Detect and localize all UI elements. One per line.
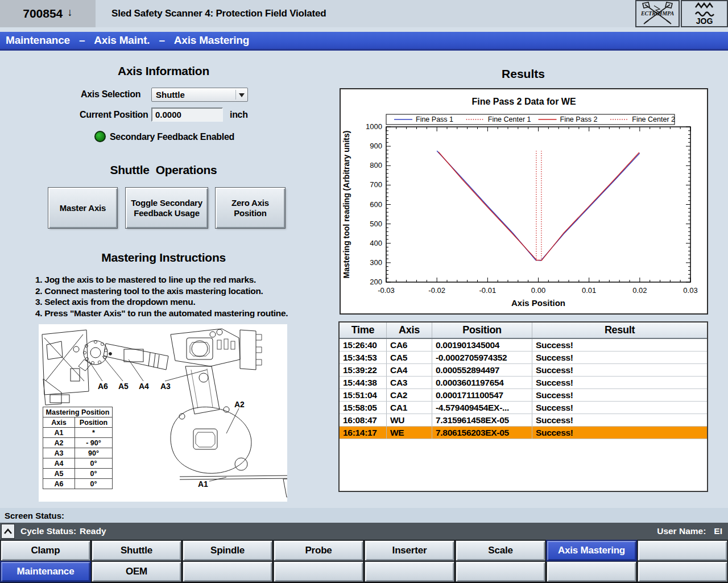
results-cell: 0.0001711100547: [432, 389, 532, 401]
mastering-position-table-title: Mastering Position: [43, 407, 113, 417]
results-row[interactable]: 16:14:17WE7.806156203EX-05Success!: [340, 427, 707, 439]
nav-shuttle-button[interactable]: Shuttle: [92, 541, 181, 560]
results-col-time: Time: [340, 322, 387, 338]
results-row[interactable]: 15:58:05CA1-4.579409454EX-...Success!: [340, 402, 707, 414]
results-title: Results: [338, 67, 708, 81]
nav-probe-button[interactable]: Probe: [274, 541, 363, 560]
cycle-status-value: Ready: [80, 523, 106, 540]
results-cell: 7.806156203EX-05: [432, 427, 532, 439]
results-cell: 0.001901345004: [432, 339, 532, 351]
collapse-button[interactable]: [1, 524, 15, 539]
mastering-position-row: A390°: [43, 448, 113, 458]
svg-text:Fine Pass 1: Fine Pass 1: [416, 115, 453, 123]
nav-clamp-button[interactable]: Clamp: [1, 541, 90, 560]
nav-inserter-button[interactable]: Inserter: [365, 541, 454, 560]
nav-empty-button[interactable]: [638, 562, 727, 581]
svg-text:500: 500: [370, 220, 382, 228]
nav-oem-button[interactable]: OEM: [92, 562, 181, 581]
axis-label-a3: A3: [160, 382, 171, 391]
mastering-position-table: Mastering Position Axis Position A1*A2- …: [43, 407, 113, 489]
electroimpact-logo-button[interactable]: ECTROIMPA: [635, 0, 680, 27]
nav-scale-button[interactable]: Scale: [456, 541, 545, 560]
axis-label-a4: A4: [139, 382, 149, 391]
svg-text:300: 300: [370, 258, 382, 267]
svg-text:-0.01: -0.01: [479, 286, 497, 295]
jog-waveform-icon: [693, 2, 716, 18]
results-row[interactable]: 15:51:04CA20.0001711100547Success!: [340, 389, 707, 402]
robot-diagram-panel: A6 A5 A4 A3 A2 A1 Mastering Position Axi…: [39, 324, 287, 502]
svg-text:600: 600: [370, 200, 382, 209]
nav-empty-button[interactable]: [638, 541, 727, 560]
nav-spindle-button[interactable]: Spindle: [183, 541, 272, 560]
results-row[interactable]: 15:39:22CA40.000552894497Success!: [340, 364, 707, 377]
mastering-position-row: A1*: [43, 428, 113, 438]
current-position-label: Current Position: [80, 110, 148, 120]
breadcrumb-item-axis-mastering[interactable]: Axis Mastering: [174, 34, 249, 47]
results-row[interactable]: 15:34:53CA5-0.0002705974352Success!: [340, 352, 707, 364]
fine-pass-chart: Fine Pass 2 Data for WE-0.03-0.02-0.010.…: [341, 89, 707, 313]
svg-text:1000: 1000: [366, 122, 382, 131]
svg-text:Mastering tool reading (Arbitr: Mastering tool reading (Arbitrary units): [342, 131, 351, 279]
mini-position-cell: 0°: [75, 469, 113, 479]
top-bar: 700854 ↓ Sled Safety Scanner 4: Protecti…: [0, 0, 728, 27]
mini-position-cell: - 90°: [75, 438, 113, 448]
results-cell: 15:58:05: [340, 402, 387, 414]
nav-empty-button[interactable]: [456, 562, 545, 581]
results-cell: -4.579409454EX-...: [432, 402, 532, 414]
current-position-input[interactable]: [151, 107, 223, 122]
nav-empty-button[interactable]: [183, 562, 272, 581]
nav-empty-button[interactable]: [274, 562, 363, 581]
results-row[interactable]: 15:44:38CA30.0003601197654Success!: [340, 377, 707, 389]
mini-position-cell: 90°: [75, 448, 113, 458]
results-table: TimeAxisPositionResult 15:26:40CA60.0019…: [338, 321, 708, 492]
nav-empty-button[interactable]: [365, 562, 454, 581]
results-cell: CA4: [387, 364, 432, 376]
nav-maintenance-button[interactable]: Maintenance: [1, 562, 90, 581]
breadcrumb-item-maintenance[interactable]: Maintenance: [6, 34, 70, 47]
breadcrumb-item-axis-maint-[interactable]: Axis Maint.: [94, 34, 150, 47]
mastering-position-row: A2- 90°: [43, 438, 113, 448]
instruction-step-1: 1. Jog the axis to be mastered to line u…: [35, 275, 288, 286]
shuttle-operations-title: Shuttle Operations: [0, 163, 327, 177]
axis-label-a5: A5: [118, 382, 129, 391]
results-cell: 15:39:22: [340, 364, 387, 376]
user-name-label: User Name:: [657, 526, 706, 536]
svg-text:-0.03: -0.03: [378, 286, 395, 295]
results-row[interactable]: 15:26:40CA60.001901345004Success!: [340, 339, 707, 352]
axis-selection-dropdown[interactable]: Shuttle: [151, 88, 248, 102]
user-name: User Name: EI: [657, 523, 722, 540]
svg-text:0.03: 0.03: [683, 286, 697, 295]
toggle-secondary-feedback-button[interactable]: Toggle Secondary Feedback Usage: [126, 188, 208, 228]
axis-label-a1: A1: [198, 479, 208, 489]
results-cell: 0.0003601197654: [432, 377, 532, 388]
zero-axis-position-button[interactable]: Zero Axis Position: [216, 188, 285, 228]
mastering-position-row: A40°: [43, 458, 113, 469]
svg-text:800: 800: [370, 161, 382, 169]
svg-text:Fine Pass 2: Fine Pass 2: [560, 115, 598, 123]
results-cell: CA1: [387, 402, 432, 414]
instruction-step-3: 3. Select axis from the dropdown menu.: [35, 297, 288, 308]
machine-id-box[interactable]: 700854 ↓: [0, 0, 96, 27]
crossed-tools-icon: ECTROIMPA: [637, 1, 678, 26]
bottom-nav: ClampShuttleSpindleProbeInserterScaleAxi…: [0, 540, 728, 583]
axis-label-a6: A6: [98, 382, 108, 391]
results-cell: Success!: [532, 339, 707, 351]
results-cell: Success!: [532, 352, 707, 363]
results-cell: CA6: [387, 339, 432, 351]
nav-empty-button[interactable]: [547, 562, 636, 581]
cycle-status-bar: Cycle Status: Ready User Name: EI: [0, 523, 728, 540]
instruction-step-4: 4. Press "Master Axis" to run the automa…: [35, 308, 288, 320]
results-cell: Success!: [532, 402, 707, 414]
breadcrumb-separator: –: [79, 34, 85, 47]
results-row[interactable]: 16:08:47WU7.315961458EX-05Success!: [340, 414, 707, 427]
machine-id: 700854: [23, 7, 63, 20]
chevron-up-icon: [3, 528, 13, 535]
results-cell: -0.0002705974352: [432, 352, 532, 363]
results-cell: 15:26:40: [340, 339, 387, 351]
nav-axis-mastering-button[interactable]: Axis Mastering: [547, 541, 636, 560]
results-cell: CA3: [387, 377, 432, 388]
jog-button[interactable]: JOG: [681, 0, 728, 27]
down-arrow-icon[interactable]: ↓: [67, 6, 73, 19]
master-axis-button[interactable]: Master Axis: [48, 188, 117, 228]
results-cell: 7.315961458EX-05: [432, 414, 532, 426]
